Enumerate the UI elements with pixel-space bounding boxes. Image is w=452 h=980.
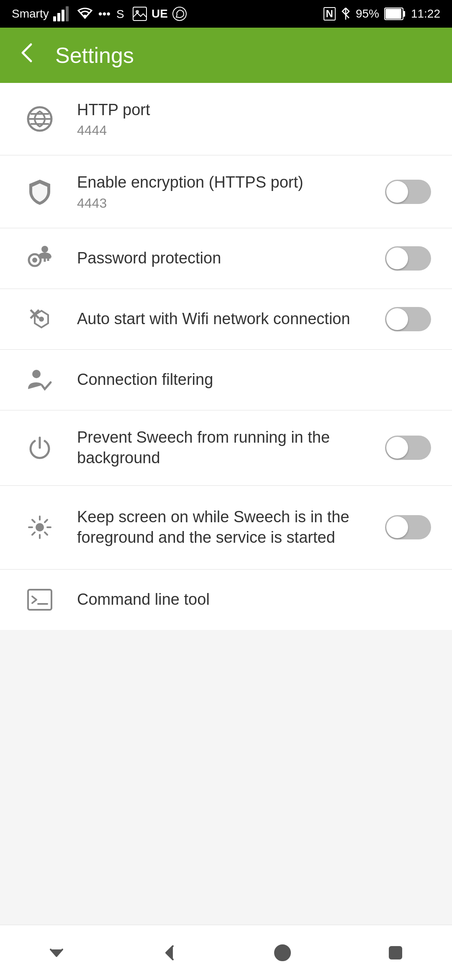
svg-rect-10 [385, 9, 401, 19]
connection-filter-icon [21, 366, 59, 393]
https-port-item[interactable]: Enable encryption (HTTPS port) 4443 [0, 155, 452, 228]
wifi-icon [21, 106, 59, 132]
http-port-item[interactable]: HTTP port 4444 [0, 83, 452, 155]
https-port-content: Enable encryption (HTTPS port) 4443 [77, 172, 377, 211]
http-port-content: HTTP port 4444 [77, 100, 431, 138]
https-port-value: 4443 [77, 196, 377, 211]
nav-bar [0, 925, 452, 980]
https-toggle[interactable] [385, 180, 431, 204]
keep-screen-content: Keep screen on while Sweech is in the fo… [77, 507, 377, 548]
http-port-value: 4444 [77, 123, 431, 138]
auto-start-toggle[interactable] [385, 307, 431, 331]
prevent-background-item[interactable]: Prevent Sweech from running in the backg… [0, 410, 452, 486]
svg-point-25 [36, 523, 44, 531]
signal-icon [53, 6, 72, 21]
svg-text:S: S [116, 8, 124, 21]
auto-start-title: Auto start with Wifi network connection [77, 309, 377, 329]
s-icon: S [115, 6, 128, 21]
nav-back-button[interactable] [150, 934, 189, 972]
auto-start-icon [21, 306, 59, 333]
connection-filtering-item[interactable]: Connection filtering [0, 350, 452, 410]
prevent-background-toggle-knob [386, 437, 408, 459]
battery-icon [384, 8, 406, 20]
command-line-item[interactable]: Command line tool [0, 570, 452, 630]
password-protection-item[interactable]: Password protection [0, 228, 452, 289]
keep-screen-toggle[interactable] [385, 515, 431, 539]
password-toggle-knob [386, 248, 408, 269]
page-title: Settings [55, 43, 134, 68]
auto-start-item[interactable]: Auto start with Wifi network connection [0, 289, 452, 350]
prevent-background-title: Prevent Sweech from running in the backg… [77, 427, 377, 469]
password-toggle[interactable] [385, 246, 431, 271]
svg-line-32 [45, 520, 47, 522]
password-title: Password protection [77, 248, 377, 268]
password-toggle-switch[interactable] [385, 246, 431, 271]
nav-down-button[interactable] [37, 934, 76, 972]
svg-rect-37 [390, 947, 401, 959]
svg-point-36 [275, 945, 290, 960]
connection-filtering-content: Connection filtering [77, 369, 431, 390]
nav-recent-button[interactable] [376, 934, 415, 972]
https-port-title: Enable encryption (HTTPS port) [77, 172, 377, 193]
https-toggle-switch[interactable] [385, 180, 431, 204]
settings-list: HTTP port 4444 Enable encryption (HTTPS … [0, 83, 452, 630]
nfc-label: N [324, 7, 336, 21]
svg-point-7 [173, 7, 186, 21]
back-button[interactable] [17, 42, 39, 69]
battery-label: 95% [356, 7, 379, 21]
svg-rect-5 [133, 7, 146, 21]
svg-point-24 [32, 370, 41, 378]
dots-label: ••• [98, 7, 110, 21]
status-left: Smarty ••• S UE [12, 6, 187, 21]
prevent-background-content: Prevent Sweech from running in the backg… [77, 427, 377, 469]
https-toggle-knob [386, 181, 408, 203]
keep-screen-toggle-knob [386, 516, 408, 538]
auto-start-toggle-switch[interactable] [385, 307, 431, 331]
prevent-background-toggle[interactable] [385, 436, 431, 460]
nav-home-button[interactable] [263, 934, 302, 972]
auto-start-content: Auto start with Wifi network connection [77, 309, 377, 329]
prevent-background-toggle-switch[interactable] [385, 436, 431, 460]
ue-label: UE [152, 7, 168, 21]
svg-line-33 [32, 532, 35, 535]
carrier-label: Smarty [12, 7, 49, 21]
password-icon [21, 245, 59, 272]
svg-rect-9 [403, 11, 405, 17]
svg-line-30 [32, 520, 35, 522]
app-bar: Settings [0, 28, 452, 83]
svg-point-20 [41, 246, 48, 253]
shield-icon [21, 178, 59, 205]
status-bar: Smarty ••• S UE [0, 0, 452, 28]
power-icon [21, 434, 59, 461]
time-label: 11:22 [411, 7, 440, 21]
svg-rect-3 [66, 6, 69, 21]
auto-start-toggle-knob [386, 308, 408, 330]
svg-point-16 [32, 258, 37, 263]
screen-icon [21, 514, 59, 541]
keep-screen-on-item[interactable]: Keep screen on while Sweech is in the fo… [0, 486, 452, 570]
svg-rect-34 [28, 590, 51, 610]
keep-screen-toggle-switch[interactable] [385, 515, 431, 539]
command-line-title: Command line tool [77, 589, 431, 610]
whatsapp-icon [172, 6, 187, 21]
svg-point-23 [39, 317, 44, 322]
svg-rect-2 [62, 10, 64, 21]
status-right: N 95% 11:22 [324, 6, 440, 21]
bluetooth-icon [341, 6, 351, 21]
keep-screen-title: Keep screen on while Sweech is in the fo… [77, 507, 377, 548]
connection-filtering-title: Connection filtering [77, 369, 431, 390]
wifi-status-icon [76, 6, 94, 21]
terminal-icon [21, 586, 59, 613]
command-line-content: Command line tool [77, 589, 431, 610]
svg-rect-1 [57, 13, 60, 21]
password-content: Password protection [77, 248, 377, 268]
http-port-title: HTTP port [77, 100, 431, 120]
photos-icon [132, 6, 147, 21]
svg-line-31 [45, 532, 47, 535]
svg-rect-0 [53, 16, 56, 21]
